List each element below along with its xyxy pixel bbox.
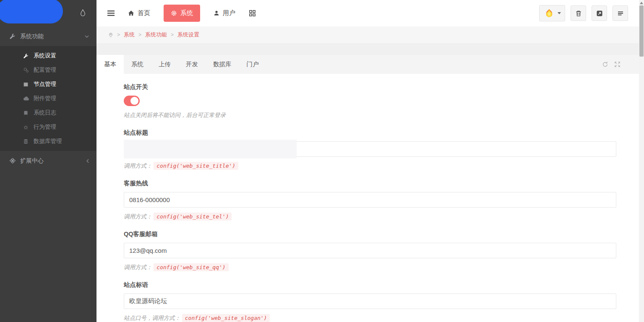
field-hint-site-slogan: 站点口号，调用方式： config('web_site_slogan'): [124, 314, 616, 322]
sidebar: 系统功能 系统设置 配置管理 节点管理: [0, 0, 96, 322]
tab-portal[interactable]: 门户: [239, 55, 266, 74]
breadcrumb: > 系统 > 系统功能 > 系统设置: [96, 26, 644, 43]
admin-app: 系统功能 系统设置 配置管理 节点管理: [0, 0, 644, 322]
sidebar-item-label: 行为管理: [34, 123, 56, 131]
hint-prefix: 调用方式：: [124, 163, 152, 169]
toggle-knob: [130, 97, 138, 105]
page-scrollbar[interactable]: [639, 0, 644, 322]
cogs-icon: [23, 67, 29, 73]
site-slogan-input[interactable]: [124, 293, 616, 309]
tab-tools: [602, 55, 644, 74]
field-label-site-slogan: 站点标语: [124, 281, 616, 289]
site-title-wrap: [124, 141, 616, 157]
nav-item-system[interactable]: 系统: [164, 5, 200, 22]
user-icon: [214, 10, 219, 16]
navbar-actions: [539, 5, 634, 21]
sidebar-group-system-functions[interactable]: 系统功能: [0, 26, 96, 46]
breadcrumb-separator: >: [138, 32, 141, 38]
sidebar-logo-bar: [0, 0, 96, 26]
nav-item-user[interactable]: 用户: [214, 9, 235, 17]
sidebar-item-label: 系统设置: [34, 52, 56, 60]
tab-database[interactable]: 数据库: [206, 55, 239, 74]
list-icon: [617, 10, 624, 17]
sidebar-item-system-logs[interactable]: 系统日志: [0, 106, 96, 120]
content-gap: [96, 43, 644, 55]
breadcrumb-link-system-functions[interactable]: 系统功能: [145, 31, 167, 39]
tab-upload[interactable]: 上传: [151, 55, 178, 74]
database-icon: [23, 139, 29, 144]
site-tel-wrap: [124, 192, 616, 208]
hamburger-icon[interactable]: [107, 10, 115, 16]
sidebar-item-label: 配置管理: [34, 66, 56, 74]
field-label-site-tel: 客服热线: [124, 179, 616, 187]
trash-button[interactable]: [571, 5, 586, 21]
sidebar-item-label: 系统日志: [34, 109, 56, 117]
field-hint-site-tel: 调用方式： config('web_site_tel'): [124, 213, 616, 221]
external-link-button[interactable]: [592, 5, 607, 21]
breadcrumb-link-system[interactable]: 系统: [124, 31, 135, 39]
sidebar-item-label: 附件管理: [34, 95, 56, 102]
sidebar-group-extension-center[interactable]: 扩展中心: [0, 151, 96, 171]
chevron-down-icon: [85, 35, 89, 38]
tab-basic[interactable]: 基本: [96, 55, 124, 74]
sidebar-group-label: 扩展中心: [20, 157, 44, 165]
wrench-icon: [9, 33, 16, 39]
bars-icon: [23, 82, 29, 87]
sidebar-fill: [0, 171, 96, 322]
sidebar-item-config-management[interactable]: 配置管理: [0, 63, 96, 77]
refresh-icon[interactable]: [602, 61, 608, 68]
logo-blob: [0, 0, 63, 23]
code-snippet: config('web_site_title'): [154, 162, 238, 170]
grid-icon[interactable]: [249, 10, 256, 17]
tab-system[interactable]: 系统: [124, 55, 151, 74]
redacted-overlay: [124, 140, 297, 158]
sidebar-group-label: 系统功能: [20, 33, 44, 40]
top-navbar: 首页 系统 用户: [96, 0, 644, 26]
book-icon: [23, 110, 29, 116]
scrollbar-thumb[interactable]: [639, 5, 644, 57]
caret-down-icon: [558, 12, 561, 14]
home-icon: [128, 10, 134, 16]
field-hint-site-title: 调用方式： config('web_site_title'): [124, 162, 616, 170]
trash-icon: [575, 10, 582, 17]
fullscreen-icon[interactable]: [614, 61, 621, 68]
nav-item-label: 首页: [138, 9, 150, 17]
nav-item-home[interactable]: 首页: [128, 9, 150, 17]
sidebar-submenu: 系统设置 配置管理 节点管理 附件管理: [0, 46, 96, 151]
chevron-left-icon: [86, 159, 89, 163]
flame-avatar: [544, 8, 555, 19]
external-link-icon: [596, 10, 603, 17]
main-area: 首页 系统 用户: [96, 0, 644, 322]
scrollbar-up-arrow[interactable]: [640, 2, 643, 4]
cloud-icon: [23, 96, 29, 101]
sidebar-item-behavior-management[interactable]: 行为管理: [0, 120, 96, 134]
breadcrumb-link-system-settings[interactable]: 系统设置: [177, 31, 199, 39]
apps-icon: [9, 158, 16, 164]
site-switch-toggle[interactable]: [124, 96, 140, 106]
droplet-icon: [79, 9, 86, 18]
wrench-icon: [23, 53, 29, 59]
code-snippet: config('web_site_slogan'): [182, 314, 270, 322]
tab-develop[interactable]: 开发: [178, 55, 206, 74]
gear-icon: [171, 10, 177, 16]
sidebar-item-system-settings[interactable]: 系统设置: [0, 49, 96, 63]
code-snippet: config('web_site_qq'): [154, 263, 228, 271]
site-tel-input[interactable]: [124, 192, 616, 208]
settings-form: 站点开关 站点关闭后将不能访问，后台可正常登录 站点标题 调用方式： confi…: [96, 74, 644, 322]
site-qq-input[interactable]: [124, 243, 616, 258]
sidebar-item-label: 数据库管理: [34, 138, 62, 145]
field-label-site-switch: 站点开关: [124, 83, 616, 91]
site-slogan-wrap: [124, 293, 616, 309]
breadcrumb-separator: >: [171, 32, 174, 38]
hint-prefix: 站点口号，调用方式：: [124, 315, 180, 321]
sidebar-item-node-management[interactable]: 节点管理: [0, 77, 96, 91]
sidebar-item-attachment-management[interactable]: 附件管理: [0, 91, 96, 106]
site-qq-wrap: [124, 243, 616, 258]
sidebar-item-database-management[interactable]: 数据库管理: [0, 134, 96, 148]
hint-prefix: 调用方式：: [124, 264, 152, 270]
code-snippet: config('web_site_tel'): [154, 213, 232, 221]
nav-item-label: 系统: [180, 9, 193, 17]
list-button[interactable]: [613, 5, 628, 21]
user-menu-button[interactable]: [539, 5, 565, 21]
map-marker-icon: [108, 32, 113, 38]
